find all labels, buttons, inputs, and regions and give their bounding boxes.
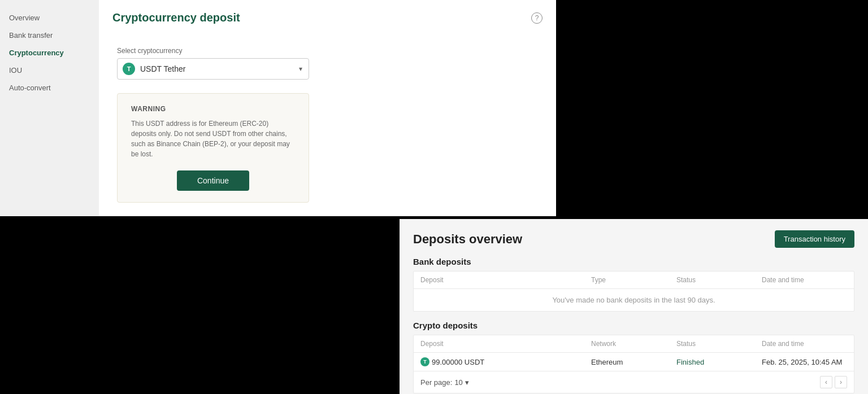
crypto-col-deposit: Deposit [420,340,591,348]
next-page-button[interactable]: › [835,376,847,388]
sidebar-item-iou[interactable]: IOU [0,62,99,79]
page-title: Cryptocurrency deposit [112,11,240,24]
crypto-row-network: Ethereum [591,358,676,366]
prev-page-button[interactable]: ‹ [820,376,832,388]
bank-deposits-table: Deposit Type Status Date and time You've… [413,271,854,312]
crypto-table-header: Deposit Network Status Date and time [414,335,854,353]
bank-empty-message: You've made no bank deposits in the last… [414,289,854,311]
select-label: Select cryptocurrency [117,47,538,55]
main-content: Cryptocurrency deposit ? Select cryptocu… [99,0,556,216]
help-icon[interactable]: ? [531,12,542,24]
deposits-title: Deposits overview [413,232,522,247]
usdt-coin-icon: T [123,63,135,75]
crypto-col-network: Network [591,340,676,348]
pagination-nav: ‹ › [820,376,847,388]
crypto-row-amount: 99.00000 USDT [432,358,484,366]
bank-col-date: Date and time [762,276,847,284]
warning-title: WARNING [131,105,295,113]
continue-button[interactable]: Continue [177,170,249,191]
per-page-selector[interactable]: Per page: 10 ▾ [420,378,469,387]
per-page-chevron-icon: ▾ [465,378,469,387]
panel-header: Cryptocurrency deposit ? [99,0,556,33]
crypto-col-date: Date and time [762,340,847,348]
top-panel: Overview Bank transfer Cryptocurrency IO… [0,0,556,216]
crypto-select-wrapper: T USDT Tether ▾ [117,58,309,80]
pagination-row: Per page: 10 ▾ ‹ › [414,371,854,393]
crypto-row-deposit: T 99.00000 USDT [420,357,591,366]
sidebar-item-bank-transfer[interactable]: Bank transfer [0,27,99,44]
bank-deposits-title: Bank deposits [413,257,854,266]
bank-col-status: Status [676,276,762,284]
bank-col-type: Type [591,276,676,284]
content-area: Select cryptocurrency T USDT Tether ▾ WA… [99,33,556,216]
deposits-header: Deposits overview Transaction history [413,230,854,248]
crypto-deposits-table: Deposit Network Status Date and time T 9… [413,335,854,393]
sidebar-item-cryptocurrency[interactable]: Cryptocurrency [0,44,99,62]
crypto-row-date: Feb. 25, 2025, 10:45 AM [762,358,847,366]
crypto-deposits-title: Crypto deposits [413,321,854,330]
bank-table-header: Deposit Type Status Date and time [414,272,854,289]
sidebar: Overview Bank transfer Cryptocurrency IO… [0,0,99,216]
warning-text: This USDT address is for Ethereum (ERC-2… [131,119,295,159]
sidebar-item-auto-convert[interactable]: Auto-convert [0,79,99,97]
sidebar-item-overview[interactable]: Overview [0,9,99,27]
crypto-row-status: Finished [676,358,762,366]
per-page-value: 10 [454,378,462,387]
table-row: T 99.00000 USDT Ethereum Finished Feb. 2… [414,353,854,371]
transaction-history-button[interactable]: Transaction history [775,230,854,248]
usdt-row-icon: T [420,357,429,366]
warning-box: WARNING This USDT address is for Ethereu… [117,93,309,203]
crypto-col-status: Status [676,340,762,348]
bank-col-deposit: Deposit [420,276,591,284]
per-page-label: Per page: [420,378,452,387]
crypto-select[interactable]: USDT Tether [117,58,309,80]
bottom-panel: Deposits overview Transaction history Ba… [400,219,868,394]
